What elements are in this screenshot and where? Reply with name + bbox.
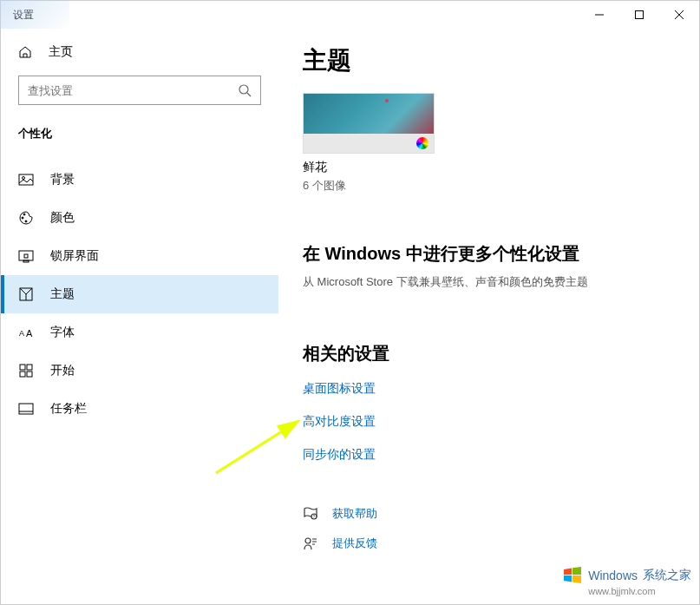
search-box[interactable] (18, 76, 261, 105)
home-nav[interactable]: 主页 (1, 36, 278, 69)
annotation-arrow (212, 391, 316, 477)
start-icon (18, 363, 34, 378)
link-high-contrast-settings[interactable]: 高对比度设置 (303, 414, 699, 430)
taskbar-icon (18, 401, 34, 417)
svg-rect-17 (20, 365, 25, 370)
sidebar-item-lockscreen[interactable]: 锁屏界面 (1, 237, 278, 275)
theme-icon (18, 286, 34, 302)
svg-text:A: A (26, 328, 33, 339)
theme-preview[interactable]: 鲜花 6 个图像 (303, 93, 435, 194)
more-personalization-title: 在 Windows 中进行更多个性化设置 (303, 242, 699, 266)
watermark-brand: Windows (588, 569, 638, 582)
maximize-button[interactable] (619, 1, 659, 29)
sidebar-item-background[interactable]: 背景 (1, 161, 278, 199)
home-icon (18, 45, 32, 59)
window-title: 设置 (13, 8, 579, 23)
sidebar-item-label: 任务栏 (50, 401, 87, 417)
main-content: 主题 鲜花 6 个图像 在 Windows 中进行更多个性化设置 从 Micro… (278, 29, 699, 604)
sidebar: 主页 个性化 背景 颜色 锁屏界面 主题 (1, 29, 278, 604)
windows-logo-icon (562, 565, 583, 586)
related-settings-title: 相关的设置 (303, 342, 699, 365)
page-title: 主题 (303, 44, 699, 77)
search-icon (238, 83, 252, 97)
svg-rect-20 (27, 372, 32, 377)
lockscreen-icon (18, 248, 34, 264)
theme-image-count: 6 个图像 (303, 178, 435, 194)
svg-marker-29 (572, 567, 581, 575)
search-input[interactable] (28, 84, 238, 97)
more-personalization-desc: 从 Microsoft Store 下载兼具壁纸、声音和颜色的免费主题 (303, 274, 699, 290)
minimize-button[interactable] (579, 1, 619, 29)
window-controls (579, 1, 699, 29)
theme-thumbnail (303, 93, 435, 154)
sidebar-item-start[interactable]: 开始 (1, 352, 278, 390)
svg-line-27 (216, 421, 298, 473)
svg-point-25 (305, 538, 311, 543)
sidebar-section-header: 个性化 (1, 117, 278, 161)
svg-point-4 (239, 85, 248, 94)
sidebar-item-label: 字体 (50, 325, 75, 340)
picture-icon (18, 172, 34, 187)
svg-rect-21 (19, 404, 33, 414)
sidebar-item-colors[interactable]: 颜色 (1, 199, 278, 237)
sidebar-item-label: 背景 (50, 172, 75, 187)
svg-marker-28 (564, 569, 572, 575)
svg-rect-19 (20, 372, 25, 377)
svg-point-8 (22, 217, 23, 219)
sidebar-item-label: 颜色 (50, 210, 75, 226)
titlebar: 设置 (1, 1, 699, 29)
svg-text:A: A (19, 329, 24, 338)
svg-point-9 (23, 214, 25, 215)
sidebar-item-label: 开始 (50, 363, 75, 378)
feedback-link[interactable]: 提供反馈 (303, 536, 699, 551)
svg-marker-30 (564, 575, 572, 582)
svg-rect-11 (19, 251, 33, 260)
get-help-label: 获取帮助 (332, 506, 377, 522)
font-icon: AA (18, 325, 34, 340)
palette-icon (18, 210, 34, 226)
svg-text:?: ? (313, 514, 316, 519)
svg-line-5 (247, 93, 251, 96)
link-sync-settings[interactable]: 同步你的设置 (303, 447, 699, 463)
svg-rect-12 (23, 260, 29, 262)
svg-rect-1 (636, 11, 644, 19)
color-wheel-icon (416, 137, 429, 149)
watermark: Windows 系统之家 www.bjjmlv.com (562, 565, 691, 596)
home-label: 主页 (49, 44, 73, 60)
feedback-icon (303, 536, 318, 551)
watermark-suffix: 系统之家 (643, 568, 691, 583)
feedback-label: 提供反馈 (332, 536, 377, 551)
svg-point-7 (23, 177, 25, 180)
get-help-link[interactable]: ? 获取帮助 (303, 506, 699, 522)
link-desktop-icon-settings[interactable]: 桌面图标设置 (303, 381, 699, 397)
sidebar-item-fonts[interactable]: AA 字体 (1, 313, 278, 352)
svg-marker-31 (572, 575, 581, 583)
close-button[interactable] (659, 1, 699, 29)
sidebar-item-themes[interactable]: 主题 (1, 275, 278, 313)
sidebar-item-label: 主题 (50, 286, 75, 302)
theme-name: 鲜花 (303, 160, 435, 175)
watermark-url: www.bjjmlv.com (588, 586, 655, 596)
sidebar-item-label: 锁屏界面 (50, 248, 99, 264)
svg-rect-13 (24, 254, 28, 258)
help-icon: ? (303, 506, 318, 522)
svg-rect-18 (27, 365, 32, 370)
svg-point-10 (25, 220, 27, 222)
